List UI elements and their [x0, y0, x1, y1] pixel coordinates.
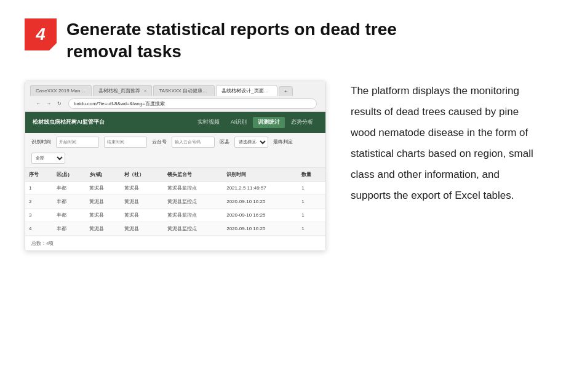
filter-cloud-label: 云台号 — [152, 138, 167, 145]
table-row: 2丰都黄泥县黄泥县黄泥县监控点2020-09-10 16:251 — [25, 194, 325, 208]
description-text: The platform displays the monitoring res… — [351, 85, 533, 201]
col-header-num: 序号 — [25, 168, 53, 182]
filter-time-label: 识别时间 — [31, 138, 51, 145]
col-header-district: 区(县) — [53, 168, 86, 182]
cell-2-6: 1 — [298, 208, 325, 222]
col-header-station: 镜头监台号 — [164, 168, 223, 182]
filter-area-label: 区县 — [220, 138, 229, 145]
cell-2-2: 黄泥县 — [86, 208, 121, 222]
cell-1-1: 丰都 — [53, 194, 86, 208]
cell-3-0: 4 — [25, 222, 53, 235]
cell-3-2: 黄泥县 — [86, 222, 121, 235]
filter-end-time[interactable] — [104, 137, 147, 148]
step-number-badge: 4 — [25, 18, 57, 50]
filter-area-select[interactable]: 请选择区县 — [234, 137, 268, 148]
cell-3-3: 黄泥县 — [121, 222, 164, 235]
cell-1-6: 1 — [298, 194, 325, 208]
app-nav: 实时视频 AI识别 训测统计 态势分析 — [193, 117, 318, 128]
total-count: 总数：4项 — [31, 241, 54, 246]
col-header-town: 乡(镇) — [86, 168, 121, 182]
main-content: CaseXXX 2019 Manx面控… × 县树枯检_页面推荐 × TASKX… — [25, 81, 541, 251]
browser-address-bar: ← → ↻ baidu.com/?ie=utf-8&wd=&lang=百度搜索 — [30, 96, 321, 111]
nav-ai[interactable]: AI识别 — [226, 117, 252, 128]
app-screenshot: CaseXXX 2019 Manx面控… × 县树枯检_页面推荐 × TASKX… — [25, 81, 326, 251]
url-bar[interactable]: baidu.com/?ie=utf-8&wd=&lang=百度搜索 — [68, 98, 317, 109]
browser-tabs: CaseXXX 2019 Manx面控… × 县树枯检_页面推荐 × TASKX… — [30, 85, 321, 96]
filter-bar: 识别时间 云台号 区县 请选择区县 最终判定 全部 — [25, 133, 325, 168]
description: The platform displays the monitoring res… — [351, 81, 541, 206]
nav-shipin[interactable]: 实时视频 — [193, 117, 225, 128]
cell-1-3: 黄泥县 — [121, 194, 164, 208]
browser-tab-3[interactable]: TASKXXX 自动健康分析设计… × — [153, 85, 215, 96]
data-table: 序号 区(县) 乡(镇) 村（社） 镜头监台号 识别时间 数量 1丰都黄泥县黄泥… — [25, 168, 325, 236]
app-logo: 松材线虫病枯死树AI监管平台 — [33, 118, 105, 126]
cell-0-6: 1 — [298, 181, 325, 194]
cell-0-0: 1 — [25, 181, 53, 194]
filter-latest-label: 最终判定 — [273, 138, 293, 145]
table-row: 1丰都黄泥县黄泥县黄泥县监控点2021.2.5 11:49:571 — [25, 181, 325, 194]
table-row: 3丰都黄泥县黄泥县黄泥县监控点2020-09-10 16:251 — [25, 208, 325, 222]
filter-start-time[interactable] — [56, 137, 99, 148]
cell-1-0: 2 — [25, 194, 53, 208]
filter-latest-select[interactable]: 全部 — [31, 153, 65, 164]
table-row: 4丰都黄泥县黄泥县黄泥县监控点2020-09-10 16:251 — [25, 222, 325, 235]
nav-analysis[interactable]: 态势分析 — [286, 117, 318, 128]
app-navbar: 松材线虫病枯死树AI监管平台 实时视频 AI识别 训测统计 态势分析 — [25, 112, 325, 133]
cell-1-2: 黄泥县 — [86, 194, 121, 208]
cell-0-1: 丰都 — [53, 181, 86, 194]
browser-controls: ← → ↻ — [34, 99, 63, 108]
filter-cloud-input[interactable] — [172, 137, 215, 148]
cell-0-2: 黄泥县 — [86, 181, 121, 194]
back-button[interactable]: ← — [34, 99, 42, 108]
cell-3-1: 丰都 — [53, 222, 86, 235]
cell-3-5: 2020-09-10 16:25 — [223, 222, 298, 235]
app-footer: 总数：4项 — [25, 236, 325, 250]
title-line2: removal tasks — [66, 41, 397, 63]
cell-2-0: 3 — [25, 208, 53, 222]
cell-0-3: 黄泥县 — [121, 181, 164, 194]
browser-tab-2[interactable]: 县树枯检_页面推荐 × — [93, 85, 152, 96]
browser-tab-4[interactable]: 县线枯树设计_页面图片推荐 × — [216, 85, 277, 96]
cell-2-5: 2020-09-10 16:25 — [223, 208, 298, 222]
cell-0-5: 2021.2.5 11:49:57 — [223, 181, 298, 194]
page-header: 4 Generate statistical reports on dead t… — [25, 18, 541, 63]
refresh-button[interactable]: ↻ — [55, 99, 63, 108]
cell-2-3: 黄泥县 — [121, 208, 164, 222]
cell-0-4: 黄泥县监控点 — [164, 181, 223, 194]
table-container: 序号 区(县) 乡(镇) 村（社） 镜头监台号 识别时间 数量 1丰都黄泥县黄泥… — [25, 168, 325, 236]
cell-1-5: 2020-09-10 16:25 — [223, 194, 298, 208]
browser-tab-1[interactable]: CaseXXX 2019 Manx面控… × — [30, 85, 92, 96]
browser-chrome: CaseXXX 2019 Manx面控… × 县树枯检_页面推荐 × TASKX… — [25, 81, 325, 112]
col-header-village: 村（社） — [121, 168, 164, 182]
page-title: Generate statistical reports on dead tre… — [66, 18, 397, 63]
nav-training[interactable]: 训测统计 — [253, 117, 285, 128]
cell-2-4: 黄泥县监控点 — [164, 208, 223, 222]
title-line1: Generate statistical reports on dead tre… — [66, 18, 397, 41]
cell-3-4: 黄泥县监控点 — [164, 222, 223, 235]
step-number: 4 — [36, 26, 46, 43]
cell-2-1: 丰都 — [53, 208, 86, 222]
forward-button[interactable]: → — [44, 99, 53, 108]
col-header-count: 数量 — [298, 168, 325, 182]
col-header-time: 识别时间 — [223, 168, 298, 182]
cell-3-6: 1 — [298, 222, 325, 235]
table-header-row: 序号 区(县) 乡(镇) 村（社） 镜头监台号 识别时间 数量 — [25, 168, 325, 182]
cell-1-4: 黄泥县监控点 — [164, 194, 223, 208]
browser-tab-new[interactable]: + — [279, 86, 293, 96]
